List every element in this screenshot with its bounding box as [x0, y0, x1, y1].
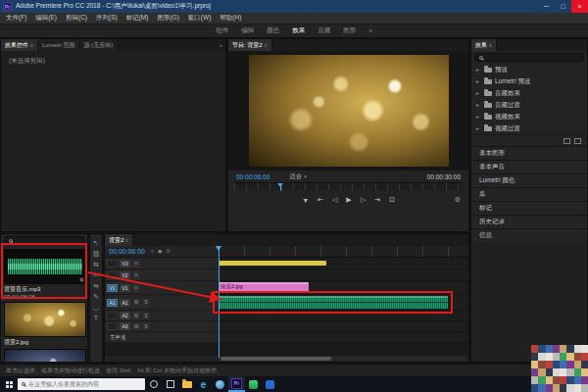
source-patch-box[interactable]	[107, 271, 118, 279]
project-item-bg2[interactable]: 背景2.jpg	[1, 300, 87, 347]
workspace-tab-effects[interactable]: 效果	[292, 26, 305, 35]
tab-lumetri-scopes[interactable]: Lumetri 范围	[38, 39, 80, 51]
track-label-v3[interactable]: V3	[120, 260, 130, 268]
track-label-master[interactable]: 主声道	[107, 334, 126, 341]
pen-tool-button[interactable]: ✎	[93, 293, 99, 301]
track-label-v2[interactable]: V2	[120, 271, 130, 279]
clip-a1-audio[interactable]	[219, 296, 448, 309]
premiere-taskbar-button[interactable]: Pr	[228, 376, 245, 392]
maximize-button[interactable]: □	[555, 0, 571, 13]
menu-item-graphics[interactable]: 图形(G)	[157, 14, 178, 23]
menu-item-file[interactable]: 文件(F)	[6, 14, 26, 23]
new-custom-bin-button[interactable]	[564, 138, 570, 144]
panel-essential-sound[interactable]: 基本声音	[471, 160, 587, 173]
edge-browser-button[interactable]: e	[195, 376, 212, 392]
track-clips-v3[interactable]	[219, 258, 468, 270]
image-thumbnail[interactable]	[4, 302, 86, 337]
solo-button[interactable]: S	[142, 299, 150, 307]
type-tool-button[interactable]: T	[94, 315, 98, 322]
source-patch-box[interactable]	[107, 322, 118, 330]
track-clips-master[interactable]	[219, 332, 468, 343]
track-label-a3[interactable]: A3	[120, 322, 130, 330]
effects-folder-lumetri-presets[interactable]: ▸ Lumetri 预设	[471, 75, 587, 87]
menu-item-markers[interactable]: 标记(M)	[126, 14, 149, 23]
effects-folder-presets[interactable]: ▸ 预设	[471, 64, 587, 75]
workspace-tab-graphics[interactable]: 图形	[343, 26, 356, 35]
play-button[interactable]: ▶	[346, 196, 351, 204]
go-to-in-button[interactable]: ⇤	[318, 196, 323, 204]
solo-button[interactable]: S	[142, 312, 150, 319]
task-view-button[interactable]	[162, 376, 178, 392]
track-label-a2[interactable]: A2	[120, 312, 130, 319]
step-back-button[interactable]: ◁	[332, 196, 337, 204]
settings-wrench-icon[interactable]: ⚙	[455, 196, 461, 204]
project-item-name[interactable]: 背景音乐.mp3	[4, 285, 84, 294]
panel-libraries[interactable]: 库	[471, 187, 587, 201]
timeline-timecode[interactable]: 00:00:06:00	[109, 248, 145, 255]
panel-menu-icon[interactable]: ≡	[265, 42, 268, 48]
timeline-horizontal-scrollbar[interactable]	[219, 357, 466, 361]
timeline-settings-icon[interactable]: ⊙	[166, 248, 171, 255]
timeline-ruler[interactable]	[219, 246, 468, 258]
source-patch-a1[interactable]: A1	[107, 299, 118, 307]
chevron-right-icon[interactable]: ▸	[476, 90, 481, 96]
audio-waveform-thumbnail[interactable]: ≡	[4, 249, 86, 284]
menu-item-edit[interactable]: 编辑(E)	[35, 14, 57, 23]
menu-item-window[interactable]: 窗口(W)	[188, 14, 211, 23]
razor-tool-button[interactable]: ✂	[93, 271, 99, 279]
menu-item-sequence[interactable]: 序列(S)	[96, 14, 118, 23]
panel-lumetri-color[interactable]: Lumetri 颜色	[471, 173, 587, 187]
track-label-a1[interactable]: A1	[120, 299, 130, 307]
tab-sequence-bg2[interactable]: 背景2 ≡	[105, 234, 133, 246]
workspace-tab-editing[interactable]: 编辑	[241, 26, 254, 35]
panel-info[interactable]: 信息	[471, 228, 587, 242]
effects-folder-audio-transitions[interactable]: ▸ 音频过渡	[471, 99, 587, 111]
slip-tool-button[interactable]: ⇋	[93, 282, 99, 290]
project-item-bg1[interactable]: 背景1.jpg	[1, 347, 87, 363]
workspace-tab-color[interactable]: 颜色	[267, 26, 279, 35]
ripple-edit-tool-button[interactable]: ⇆	[93, 261, 99, 269]
workspace-tab-assembly[interactable]: 组件	[216, 26, 228, 35]
zoom-level-dropdown[interactable]: 适合 ▾	[289, 172, 307, 181]
workspace-tab-audio[interactable]: 音频	[318, 26, 330, 35]
item-menu-icon[interactable]: ≡	[79, 277, 84, 282]
source-patch-v1[interactable]: V1	[107, 284, 118, 292]
project-search-input[interactable]	[4, 236, 84, 245]
close-button[interactable]: ×	[571, 0, 588, 13]
mute-button[interactable]: M	[132, 322, 140, 330]
tab-effects-panel[interactable]: 效果 ≡	[471, 39, 497, 51]
track-visibility-icon[interactable]: ⊙	[132, 271, 140, 279]
project-item-name[interactable]: 背景2.jpg	[4, 338, 84, 347]
chevron-right-icon[interactable]: ▸	[476, 78, 481, 84]
tab-overflow-icon[interactable]: »	[217, 39, 225, 51]
hand-tool-button[interactable]: ◡	[93, 304, 99, 312]
start-button[interactable]	[0, 381, 18, 388]
marker-icon[interactable]: ◆	[158, 248, 162, 255]
track-clips-a3[interactable]	[219, 321, 468, 332]
chevron-right-icon[interactable]: ▸	[476, 102, 481, 108]
tab-source-monitor[interactable]: 源:(无剪辑)	[80, 39, 119, 51]
taskbar-search[interactable]	[18, 378, 145, 390]
source-patch-box[interactable]	[107, 312, 118, 319]
chevron-right-icon[interactable]: ▸	[476, 114, 481, 120]
current-timecode[interactable]: 00:00:06:00	[236, 173, 270, 180]
panel-markers[interactable]: 标记	[471, 201, 587, 215]
file-explorer-button[interactable]	[178, 376, 195, 392]
track-visibility-icon[interactable]: ⊙	[132, 260, 140, 268]
effects-search-input[interactable]	[474, 53, 584, 62]
mute-button[interactable]: M	[132, 312, 140, 319]
tab-effect-controls[interactable]: 效果控件 ≡	[1, 39, 38, 51]
track-label-v1[interactable]: V1	[120, 284, 130, 292]
snap-toggle-icon[interactable]: ⌗	[151, 248, 154, 255]
add-marker-button[interactable]: ▼	[302, 197, 309, 204]
chevron-right-icon[interactable]: ▸	[476, 67, 481, 73]
blue-app-button[interactable]	[262, 376, 278, 392]
delete-bin-button[interactable]	[574, 138, 581, 144]
image-thumbnail[interactable]	[4, 349, 86, 363]
timeline-playhead[interactable]	[219, 246, 220, 358]
panel-essential-graphics[interactable]: 基本图形	[471, 146, 587, 160]
effects-folder-audio-effects[interactable]: ▸ 音频效果	[471, 87, 587, 99]
solo-button[interactable]: S	[142, 322, 150, 330]
cortana-button[interactable]	[145, 376, 162, 392]
clip-v1-image[interactable]: 背景2.jpg	[219, 282, 309, 293]
